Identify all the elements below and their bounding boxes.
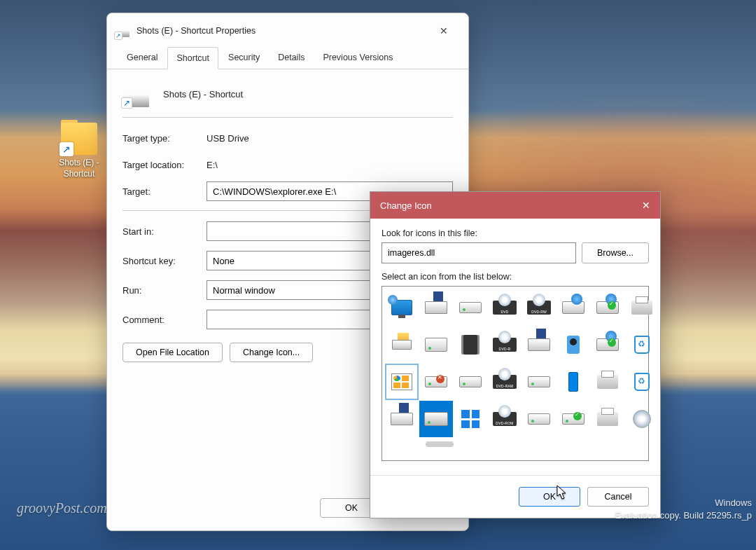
drive-shortcut-icon: ↗ <box>122 81 149 107</box>
desktop-shortcut[interactable]: ↗ Shots (E) - Shortcut <box>50 123 108 179</box>
icon-option-usb-drive[interactable] <box>419 326 453 363</box>
tab-shortcut[interactable]: Shortcut <box>167 47 218 69</box>
start-in-label: Start in: <box>122 226 206 237</box>
desktop-shortcut-label: Shots (E) - Shortcut <box>50 158 108 179</box>
icon-option-folder-drive[interactable] <box>385 326 419 363</box>
icon-option-floppy-drive[interactable] <box>522 326 556 363</box>
icon-option-drive-selected[interactable] <box>419 401 453 437</box>
browse-button[interactable]: Browse... <box>582 242 649 263</box>
icon-option-drive[interactable] <box>454 289 487 326</box>
tab-details[interactable]: Details <box>270 47 313 69</box>
target-location-value: E:\ <box>206 160 453 170</box>
watermark-bottom-left: groovyPost.com <box>17 500 107 516</box>
icon-option-chip[interactable] <box>454 326 487 363</box>
icon-option-disc[interactable] <box>625 401 659 437</box>
tab-general[interactable]: General <box>118 47 166 69</box>
icon-option-drive3[interactable] <box>522 364 556 400</box>
run-label: Run: <box>122 285 206 296</box>
icon-option-network-drive-ok[interactable] <box>591 289 624 326</box>
change-icon-titlebar[interactable]: Change Icon ✕ <box>370 192 660 219</box>
icon-option-drive4[interactable] <box>522 401 556 437</box>
close-button[interactable]: ✕ <box>429 20 458 41</box>
icon-option-recycle-bin[interactable] <box>625 326 659 363</box>
icon-option-drive-ok[interactable] <box>591 326 624 363</box>
icon-option-drive2[interactable] <box>454 364 487 400</box>
folder-icon: ↗ <box>61 123 97 155</box>
target-type-value: USB Drive <box>206 133 453 144</box>
icon-option-drive-floppy[interactable] <box>385 401 419 437</box>
tab-security[interactable]: Security <box>220 47 268 69</box>
properties-titlebar[interactable]: ↗ Shots (E) - Shortcut Properties ✕ <box>107 13 468 47</box>
tab-previous-versions[interactable]: Previous Versions <box>314 47 401 69</box>
target-label: Target: <box>122 186 206 197</box>
icon-option-printer3[interactable] <box>591 401 624 437</box>
icon-grid[interactable]: DVDDVD-RWDVD-RDVD-RAMDVD-ROM <box>382 286 649 461</box>
icon-option-network-drive[interactable] <box>556 289 590 326</box>
window-title: Shots (E) - Shortcut Properties <box>136 26 255 36</box>
change-icon-close-button[interactable]: ✕ <box>632 192 660 219</box>
change-icon-ok-button[interactable]: OK <box>519 487 580 507</box>
tab-strip: General Shortcut Security Details Previo… <box>107 47 468 69</box>
icon-option-network-monitor[interactable] <box>385 289 419 326</box>
shortcut-name: Shots (E) - Shortcut <box>163 89 243 99</box>
icon-option-drive-ok2[interactable] <box>556 401 590 437</box>
icon-file-input[interactable] <box>382 242 576 263</box>
icon-option-dvd-ram-drive[interactable]: DVD-RAM <box>488 364 522 400</box>
change-icon-title: Change Icon <box>380 200 432 211</box>
icon-option-printer2[interactable] <box>591 364 624 400</box>
scrollbar-thumb[interactable] <box>426 441 454 447</box>
change-icon-dialog: Change Icon ✕ Look for icons in this fil… <box>370 191 661 518</box>
select-icon-label: Select an icon from the list below: <box>382 272 649 282</box>
open-file-location-button[interactable]: Open File Location <box>122 343 223 362</box>
icon-option-dvd-drive[interactable]: DVD <box>488 289 522 326</box>
comment-label: Comment: <box>122 315 206 325</box>
icon-option-tiles[interactable] <box>454 401 487 437</box>
target-type-label: Target type: <box>122 133 206 144</box>
drive-shortcut-icon: ↗ <box>117 25 130 37</box>
icon-option-recycle-bin2[interactable] <box>625 364 659 400</box>
icon-option-dvd-rom-drive[interactable]: DVD-ROM <box>488 401 522 437</box>
icon-option-camera[interactable] <box>556 326 590 363</box>
shortcut-arrow-icon: ↗ <box>59 142 74 156</box>
target-location-label: Target location: <box>122 160 206 170</box>
icon-option-printer[interactable] <box>625 289 659 326</box>
watermark-bottom-right: Windows Evaluation copy. Build 25295.rs_… <box>615 497 752 522</box>
icon-option-drive-error[interactable] <box>419 364 453 400</box>
shortcut-key-label: Shortcut key: <box>122 256 206 266</box>
icon-option-hdd-with-disk[interactable] <box>419 289 453 326</box>
icon-option-control-panel[interactable] <box>385 364 419 400</box>
icon-option-phone[interactable] <box>556 364 590 400</box>
icon-option-dvd-r-drive[interactable]: DVD-R <box>488 326 522 363</box>
look-for-label: Look for icons in this file: <box>382 228 649 238</box>
icon-option-dvd-rw-drive[interactable]: DVD-RW <box>522 289 556 326</box>
change-icon-button[interactable]: Change Icon... <box>230 343 313 362</box>
